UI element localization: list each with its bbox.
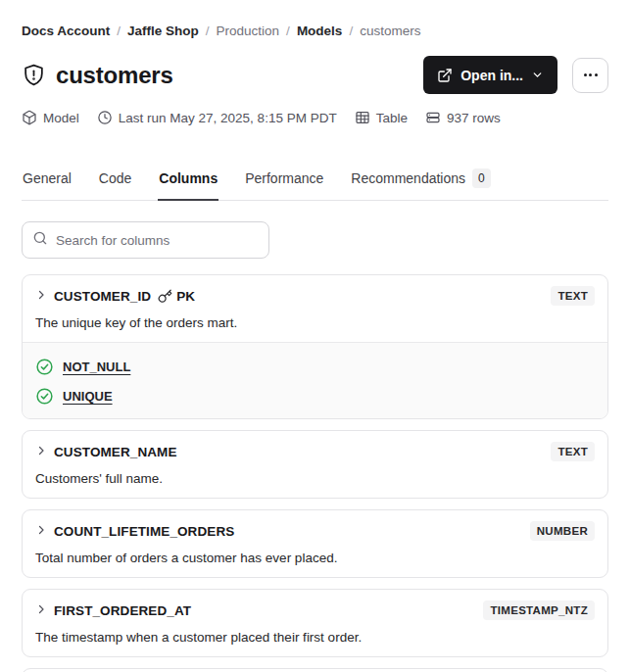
tab-general[interactable]: General (22, 168, 73, 201)
column-description: The unique key of the orders mart. (35, 314, 595, 331)
primary-key-indicator: PK (158, 289, 195, 304)
column-header[interactable]: CUSTOMER_IDPKTEXT (35, 286, 595, 306)
chevron-right-icon[interactable] (35, 522, 47, 540)
breadcrumb: Docs Account/Jaffle Shop/Production/Mode… (22, 24, 608, 39)
breadcrumb-item[interactable]: Jaffle Shop (127, 24, 199, 39)
tab-label: Performance (245, 170, 323, 186)
pk-label: PK (176, 289, 195, 304)
check-circle-icon (35, 358, 54, 376)
model-page: Docs Account/Jaffle Shop/Production/Mode… (0, 0, 630, 672)
tab-label: Recommendations (351, 170, 465, 186)
search-box (22, 221, 269, 259)
breadcrumb-separator: / (286, 24, 290, 39)
column-card-top: CUSTOMER_NAMETEXTCustomers' full name. (23, 431, 607, 498)
column-name: FIRST_ORDERED_AT (54, 603, 191, 618)
column-type-badge: NUMBER (530, 521, 595, 541)
open-in-label: Open in... (460, 68, 523, 83)
test-link[interactable]: UNIQUE (63, 389, 113, 404)
meta-label: 937 rows (447, 111, 501, 125)
chevron-down-icon (531, 69, 544, 81)
chevron-right-icon[interactable] (35, 601, 47, 619)
column-tests: NOT_NULLUNIQUE (23, 342, 607, 418)
column-type-badge: TEXT (551, 286, 595, 306)
tab-performance[interactable]: Performance (244, 168, 324, 201)
tabs: GeneralCodeColumnsPerformanceRecommendat… (22, 168, 608, 201)
meta-row: ModelLast run May 27, 2025, 8:15 PM PDTT… (22, 110, 608, 125)
column-description: The timestamp when a customer placed the… (35, 629, 595, 646)
chevron-right-icon[interactable] (35, 287, 47, 305)
test-link[interactable]: NOT_NULL (63, 360, 130, 374)
shield-alert-icon (22, 63, 46, 87)
page-title: customers (56, 62, 173, 89)
breadcrumb-separator: / (206, 24, 210, 39)
breadcrumb-separator: / (349, 24, 353, 39)
meta-item: 937 rows (425, 110, 501, 125)
tab-label: Code (99, 170, 131, 186)
cube-icon (22, 110, 37, 125)
breadcrumb-item[interactable]: Models (297, 24, 343, 39)
columns-list: CUSTOMER_IDPKTEXTThe unique key of the o… (22, 274, 608, 672)
column-card: CUSTOMER_IDPKTEXTThe unique key of the o… (22, 274, 608, 419)
meta-item: Model (22, 110, 79, 125)
column-type-badge: TIMESTAMP_NTZ (483, 600, 595, 620)
column-header[interactable]: CUSTOMER_NAMETEXT (35, 442, 595, 461)
column-card: CUSTOMER_NAMETEXTCustomers' full name. (22, 430, 608, 499)
meta-label: Model (43, 111, 79, 125)
open-in-button[interactable]: Open in... (423, 56, 557, 94)
breadcrumb-item[interactable]: Production (217, 24, 280, 39)
key-icon (158, 289, 172, 304)
column-header[interactable]: FIRST_ORDERED_ATTIMESTAMP_NTZ (35, 600, 595, 620)
column-card: FIRST_ORDERED_ATTIMESTAMP_NTZThe timesta… (22, 589, 608, 657)
column-name: CUSTOMER_NAME (54, 445, 177, 459)
column-card: COUNT_LIFETIME_ORDERSNUMBERTotal number … (22, 509, 608, 578)
tab-recommendations[interactable]: Recommendations0 (350, 168, 491, 201)
meta-label: Table (376, 111, 408, 125)
external-link-icon (437, 68, 453, 83)
rows-icon (425, 110, 441, 125)
breadcrumb-item[interactable]: customers (360, 24, 420, 39)
breadcrumb-separator: / (117, 24, 121, 39)
ellipsis-icon (584, 73, 587, 76)
column-card-top: COUNT_LIFETIME_ORDERSNUMBERTotal number … (23, 510, 607, 577)
more-button[interactable] (572, 58, 608, 93)
column-description: Total number of orders a customer has ev… (35, 550, 595, 566)
column-type-badge: TEXT (551, 442, 595, 461)
title-wrap: customers (22, 62, 173, 89)
tab-count-badge: 0 (472, 168, 491, 188)
column-description: Customers' full name. (35, 470, 595, 487)
search-icon (32, 230, 48, 250)
meta-label: Last run May 27, 2025, 8:15 PM PDT (119, 111, 337, 125)
breadcrumb-item[interactable]: Docs Account (22, 24, 110, 39)
table-icon (355, 110, 370, 125)
tab-label: General (23, 170, 72, 186)
header-actions: Open in... (423, 56, 608, 94)
meta-item: Last run May 27, 2025, 8:15 PM PDT (97, 110, 337, 125)
column-name: COUNT_LIFETIME_ORDERS (54, 524, 234, 539)
tab-label: Columns (159, 170, 218, 186)
column-card-top: CUSTOMER_IDPKTEXTThe unique key of the o… (23, 275, 607, 342)
test-row: UNIQUE (35, 376, 595, 406)
clock-icon (97, 110, 113, 125)
column-name: CUSTOMER_ID (54, 289, 151, 304)
tab-code[interactable]: Code (98, 168, 132, 201)
test-row: NOT_NULL (35, 352, 595, 376)
meta-item: Table (355, 110, 408, 125)
header-row: customers Open in... (22, 56, 608, 94)
column-header[interactable]: COUNT_LIFETIME_ORDERSNUMBER (35, 521, 595, 541)
search-input[interactable] (56, 233, 259, 248)
tab-columns[interactable]: Columns (158, 168, 218, 201)
check-circle-icon (35, 387, 54, 406)
chevron-right-icon[interactable] (35, 443, 47, 460)
column-card-top: FIRST_ORDERED_ATTIMESTAMP_NTZThe timesta… (23, 590, 607, 656)
column-card: LAST_ORDERED_ATTIMESTAMP_NTZThe timestam… (22, 668, 608, 672)
